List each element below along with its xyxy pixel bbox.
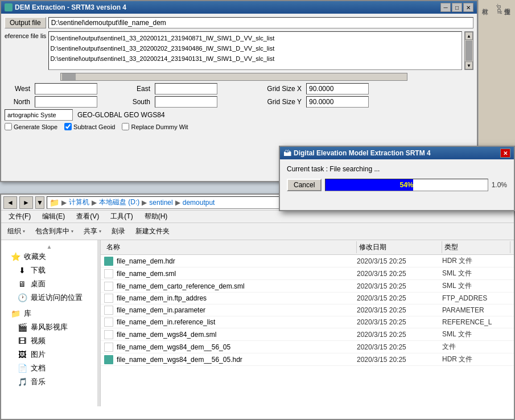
address-demoutput[interactable]: demoutput bbox=[183, 199, 215, 207]
reference-scrollbar[interactable]: ▲ ▼ bbox=[464, 31, 473, 70]
address-sep-1: ▶ bbox=[92, 199, 97, 207]
current-task-text: Current task : File searching ... bbox=[287, 165, 507, 173]
grid-size-y-input[interactable] bbox=[306, 96, 369, 108]
file-row-2[interactable]: file_name_dem_carto_reference_dem.sml 20… bbox=[101, 280, 514, 293]
file-row-7[interactable]: file_name_dem_wgs84_dem__56_05 2020/3/15… bbox=[101, 341, 514, 353]
scroll-up[interactable]: ▲ bbox=[465, 32, 473, 40]
menu-tools[interactable]: 工具(T) bbox=[105, 210, 138, 223]
dem-minimize-btn[interactable]: ─ bbox=[440, 3, 451, 12]
file-date-6: 2020/3/15 20:25 bbox=[357, 331, 442, 339]
toolbar-organize[interactable]: 组织 ▾ bbox=[5, 225, 28, 238]
address-computer[interactable]: 计算机 bbox=[69, 197, 89, 207]
file-name-4: file_name_dem_in.parameter bbox=[104, 306, 357, 315]
toolbar-share[interactable]: 共享 ▾ bbox=[81, 225, 104, 238]
file-row-6[interactable]: file_name_dem_wgs84_dem.sml 2020/3/15 20… bbox=[101, 328, 514, 341]
address-sentinel[interactable]: sentinel bbox=[149, 199, 172, 207]
sidebar-item-video[interactable]: 🎞 视频 bbox=[1, 334, 97, 348]
file-row-4[interactable]: file_name_dem_in.parameter 2020/3/15 20:… bbox=[101, 304, 514, 316]
sidebar-item-library[interactable]: 📁 库 bbox=[1, 307, 97, 320]
organize-label: 组织 bbox=[7, 227, 21, 236]
dem-dialog: 🏔 Digital Elevation Model Extraction SRT… bbox=[279, 146, 515, 211]
sidebar-item-document[interactable]: 📄 文档 bbox=[1, 361, 97, 375]
replace-dummy-checkbox[interactable] bbox=[122, 123, 129, 130]
file-name-1: file_name_dem.sml bbox=[104, 269, 357, 278]
toolbar-library[interactable]: 包含到库中 ▾ bbox=[32, 225, 76, 238]
scroll-down[interactable]: ▼ bbox=[465, 61, 473, 69]
west-input[interactable] bbox=[35, 83, 97, 94]
grid-size-x-input[interactable] bbox=[306, 83, 369, 94]
output-file-button[interactable]: Output file bbox=[5, 17, 46, 28]
file-row-0[interactable]: file_name_dem.hdr 2020/3/15 20:25 HDR 文件 bbox=[101, 255, 514, 267]
nav-forward-btn[interactable]: ► bbox=[19, 196, 33, 209]
generate-slope-checkbox[interactable] bbox=[5, 123, 12, 130]
sidebar-item-desktop[interactable]: 🖥 桌面 bbox=[1, 277, 97, 291]
dem-title-left: DEM Extraction - SRTM3 version 4 bbox=[5, 3, 126, 11]
ref-h-scroll-thumb[interactable] bbox=[62, 73, 76, 80]
music-icon: 🎵 bbox=[17, 377, 27, 387]
sidebar-item-picture[interactable]: 🖼 图片 bbox=[1, 348, 97, 361]
coord-row-2: North South Grid Size Y bbox=[5, 96, 473, 108]
ref-h-scroll-track[interactable] bbox=[60, 73, 407, 81]
menu-file[interactable]: 文件(F) bbox=[3, 210, 36, 223]
header-date[interactable]: 修改日期 bbox=[357, 241, 442, 253]
north-input[interactable] bbox=[35, 96, 97, 108]
sidebar-item-favorites[interactable]: ⭐ 收藏夹 bbox=[1, 250, 97, 263]
file-row-8[interactable]: file_name_dem_wgs84_dem__56_05.hdr 2020/… bbox=[101, 353, 514, 366]
sidebar-item-video-lib[interactable]: 🎬 暴风影视库 bbox=[1, 320, 97, 334]
nav-dropdown-btn[interactable]: ▼ bbox=[35, 196, 44, 209]
dem-close-btn[interactable]: ✕ bbox=[463, 3, 473, 12]
header-name[interactable]: 名称 bbox=[104, 241, 357, 253]
header-type[interactable]: 类型 bbox=[442, 241, 510, 253]
reference-file-list[interactable]: D:\sentinel\output\sentinel1_33_20200121… bbox=[48, 31, 462, 70]
checkbox-row: Generate Slope Subtract Geoid Replace Du… bbox=[5, 123, 473, 130]
toolbar-new-folder[interactable]: 新建文件夹 bbox=[133, 225, 172, 238]
south-input[interactable] bbox=[155, 96, 217, 108]
south-label: South bbox=[125, 98, 150, 106]
organize-arrow: ▾ bbox=[23, 229, 25, 234]
file-row-3[interactable]: file_name_dem_in.ftp_addres 2020/3/15 20… bbox=[101, 293, 514, 304]
subtract-geoid-label: Subtract Geoid bbox=[73, 123, 115, 130]
sidebar-item-recent[interactable]: 🕐 最近访问的位置 bbox=[1, 291, 97, 304]
new-folder-label: 新建文件夹 bbox=[135, 227, 170, 236]
sidebar-item-download[interactable]: ⬇ 下载 bbox=[1, 263, 97, 277]
video-icon: 🎞 bbox=[17, 336, 27, 346]
file-row-5[interactable]: file_name_dem_in.reference_list 2020/3/1… bbox=[101, 316, 514, 328]
progress-suffix: 1.0% bbox=[492, 181, 507, 189]
file-icon-0 bbox=[104, 257, 113, 266]
file-icon-7 bbox=[104, 343, 113, 352]
generate-slope-item: Generate Slope bbox=[5, 123, 57, 130]
carto-system-input[interactable] bbox=[5, 109, 73, 121]
subtract-geoid-checkbox[interactable] bbox=[64, 123, 72, 130]
toolbar-burn[interactable]: 刻录 bbox=[109, 225, 128, 238]
address-sep-3: ▶ bbox=[175, 199, 180, 207]
favorites-section: ⭐ 收藏夹 ⬇ 下载 🖥 桌面 🕐 最近访问的位置 bbox=[1, 250, 97, 304]
file-type-7: 文件 bbox=[442, 342, 510, 352]
file-name-5: file_name_dem_in.reference_list bbox=[104, 318, 357, 327]
sidebar-label-video: 视频 bbox=[31, 336, 46, 346]
dem-title-bar: DEM Extraction - SRTM3 version 4 ─ □ ✕ bbox=[1, 1, 477, 14]
menu-help[interactable]: 帮助(H) bbox=[139, 210, 173, 223]
cancel-button[interactable]: Cancel bbox=[287, 179, 322, 191]
sidebar-scroll-up[interactable]: ▲ bbox=[1, 244, 97, 250]
east-label: East bbox=[125, 85, 150, 93]
generate-slope-label: Generate Slope bbox=[14, 123, 57, 130]
progress-bar-container: 54% bbox=[325, 179, 488, 191]
east-input[interactable] bbox=[155, 83, 217, 94]
file-type-6: SML 文件 bbox=[442, 330, 510, 339]
sidebar-item-music[interactable]: 🎵 音乐 bbox=[1, 375, 97, 389]
sidebar-label-music: 音乐 bbox=[31, 377, 46, 387]
menu-edit[interactable]: 编辑(E) bbox=[37, 210, 70, 223]
dem-dialog-close-btn[interactable]: ✕ bbox=[500, 149, 510, 158]
desktop-icon: 🖥 bbox=[17, 279, 27, 289]
output-file-input[interactable] bbox=[48, 17, 473, 28]
grid-size-y-label: Grid Size Y bbox=[256, 98, 302, 106]
dem-dialog-icon: 🏔 bbox=[283, 149, 291, 158]
scroll-thumb[interactable] bbox=[465, 40, 472, 61]
file-type-2: SML 文件 bbox=[442, 281, 510, 291]
menu-view[interactable]: 查看(V) bbox=[71, 210, 104, 223]
nav-back-btn[interactable]: ◄ bbox=[3, 196, 17, 209]
dem-maximize-btn[interactable]: □ bbox=[452, 3, 462, 12]
file-row-1[interactable]: file_name_dem.sml 2020/3/15 20:25 SML 文件 bbox=[101, 267, 514, 280]
ref-item-2: D:\sentinel\output\sentinel1_33_20200202… bbox=[50, 43, 460, 53]
address-drive[interactable]: 本地磁盘 (D:) bbox=[99, 197, 139, 207]
